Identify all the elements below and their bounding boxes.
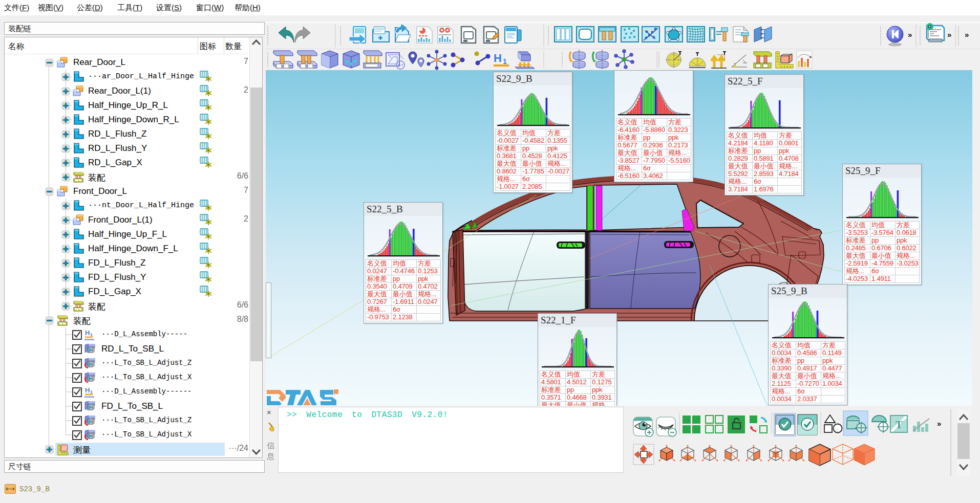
svg-text:»: » [965, 30, 969, 39]
svg-text:H: H [494, 52, 502, 64]
svg-text:»: » [908, 30, 912, 39]
svg-text:T: T [896, 419, 903, 430]
svg-text:»: » [947, 30, 951, 39]
svg-text:1: 1 [503, 57, 507, 65]
svg-text:»: » [937, 419, 941, 428]
